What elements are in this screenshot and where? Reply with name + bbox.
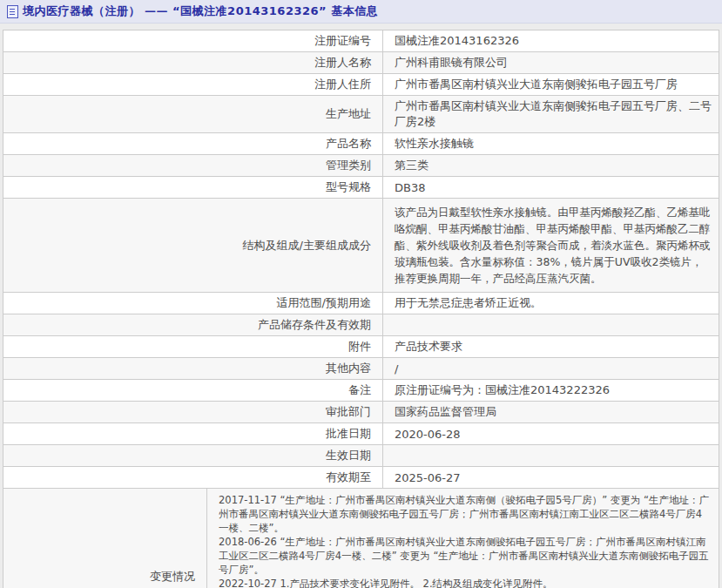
table-row-attachments: 附件 产品技术要求 <box>3 336 719 358</box>
row-value <box>383 445 719 466</box>
row-value: 该产品为日戴型软性亲水接触镜。由甲基丙烯酸羟乙酯、乙烯基吡咯烷酮、甲基丙烯酸甘油… <box>383 199 719 292</box>
row-label: 结构及组成/主要组成成分 <box>3 199 383 292</box>
row-value: 广州市番禺区南村镇兴业大道东南侧骏拓电子园五号厂房、二号厂房2楼 <box>383 96 719 132</box>
row-value: 产品技术要求 <box>383 336 719 357</box>
row-value: 2025-06-27 <box>383 467 719 488</box>
row-value: 2020-06-28 <box>383 423 719 444</box>
table-row-approval-department: 审批部门 国家药品监督管理局 <box>3 402 719 423</box>
table-row-registrant-address: 注册人住所 广州市番禺区南村镇兴业大道东南侧骏拓电子园五号厂房 <box>3 74 719 96</box>
row-label: 产品储存条件及有效期 <box>3 314 383 335</box>
row-value: 广州市番禺区南村镇兴业大道东南侧骏拓电子园五号厂房 <box>383 74 719 95</box>
table-row-composition: 结构及组成/主要组成成分 该产品为日戴型软性亲水接触镜。由甲基丙烯酸羟乙酯、乙烯… <box>3 199 719 293</box>
row-label: 审批部门 <box>3 402 383 422</box>
table-row-other-content: 其他内容 / <box>3 358 719 380</box>
table-row-management-class: 管理类别 第三类 <box>3 155 719 177</box>
table-row-effective-date: 生效日期 <box>3 445 719 467</box>
row-value: 软性亲水接触镜 <box>383 133 719 154</box>
row-value <box>383 314 719 335</box>
row-label: 注册人名称 <box>3 52 383 73</box>
row-value: 原注册证编号为：国械注准20143222326 <box>383 380 719 401</box>
row-value: DB38 <box>383 177 719 198</box>
row-value: 国械注准20143162326 <box>383 30 719 51</box>
document-icon <box>7 5 18 18</box>
table-row-model-spec: 型号规格 DB38 <box>3 177 719 199</box>
row-label: 管理类别 <box>3 155 383 176</box>
row-value: 广州科甫眼镜有限公司 <box>383 52 719 73</box>
row-label: 生效日期 <box>3 445 383 466</box>
page-header: 境内医疗器械（注册） —— “国械注准20143162326” 基本信息 <box>0 0 722 24</box>
table-row-change-history: 变更情况 2017-11-17 “生产地址：广州市番禺区南村镇兴业大道东南侧（骏… <box>3 489 719 588</box>
row-label: 适用范围/预期用途 <box>3 293 383 314</box>
table-row-expiry-date: 有效期至 2025-06-27 <box>3 467 719 489</box>
row-value: 第三类 <box>383 155 719 176</box>
row-label: 备注 <box>3 380 383 401</box>
table-row-registration-number: 注册证编号 国械注准20143162326 <box>3 30 719 52</box>
row-label: 生产地址 <box>3 96 383 132</box>
row-label: 产品名称 <box>3 133 383 154</box>
table-row-product-name: 产品名称 软性亲水接触镜 <box>3 133 719 155</box>
row-label: 注册证编号 <box>3 30 383 51</box>
table-row-storage-conditions: 产品储存条件及有效期 <box>3 314 719 336</box>
row-label: 批准日期 <box>3 423 383 444</box>
table-row-production-address: 生产地址 广州市番禺区南村镇兴业大道东南侧骏拓电子园五号厂房、二号厂房2楼 <box>3 96 719 133</box>
table-row-approval-date: 批准日期 2020-06-28 <box>3 423 719 445</box>
row-label: 型号规格 <box>3 177 383 198</box>
row-value: 国家药品监督管理局 <box>383 402 719 422</box>
row-value: 用于无禁忌症患者矫正近视。 <box>383 293 719 314</box>
row-label: 注册人住所 <box>3 74 383 95</box>
table-row-registrant-name: 注册人名称 广州科甫眼镜有限公司 <box>3 52 719 74</box>
table-row-intended-use: 适用范围/预期用途 用于无禁忌症患者矫正近视。 <box>3 293 719 314</box>
row-label: 附件 <box>3 336 383 357</box>
table-row-remarks: 备注 原注册证编号为：国械注准20143222326 <box>3 380 719 402</box>
page-title: 境内医疗器械（注册） —— “国械注准20143162326” 基本信息 <box>23 3 378 19</box>
registration-info-table: 注册证编号 国械注准20143162326 注册人名称 广州科甫眼镜有限公司 注… <box>3 30 719 588</box>
row-value: / <box>383 358 719 379</box>
row-label: 变更情况 <box>3 489 207 588</box>
row-label: 其他内容 <box>3 358 383 379</box>
row-value: 2017-11-17 “生产地址：广州市番禺区南村镇兴业大道东南侧（骏拓电子园5… <box>207 489 719 588</box>
row-label: 有效期至 <box>3 467 383 488</box>
